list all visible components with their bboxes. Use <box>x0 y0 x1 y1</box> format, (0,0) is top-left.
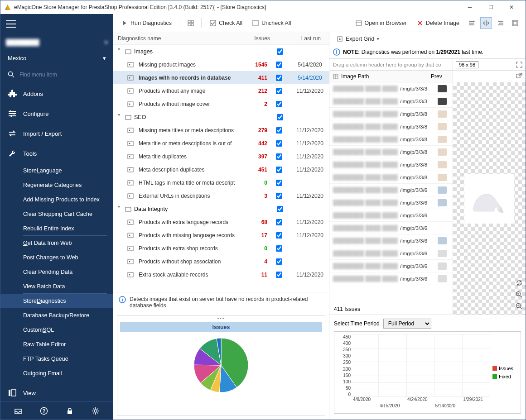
toolbar-icon-5[interactable] <box>509 17 521 29</box>
sidebar-sub-8[interactable]: View Batch Data <box>23 279 107 294</box>
pie-panel: ••• Issues <box>117 315 325 416</box>
sidebar-sub-0[interactable]: Store Language <box>0 163 113 178</box>
svg-rect-70 <box>438 148 447 156</box>
sidebar-sub-10[interactable]: Database Backup/Restore <box>0 308 113 323</box>
tree-row[interactable]: Products with missing language records17… <box>113 229 329 242</box>
grid-row[interactable]: ████████ ████ ████/img/p/3/3/8 <box>329 146 453 158</box>
tree-group[interactable]: ▸Images <box>113 45 329 58</box>
maximize-button[interactable]: ☐ <box>480 0 501 14</box>
open-browser-button[interactable]: Open in Browser <box>352 18 410 28</box>
check-all-button[interactable]: Check All <box>206 18 246 28</box>
svg-rect-49 <box>128 233 133 238</box>
drag-handle[interactable]: ••• <box>117 316 325 320</box>
region-selector[interactable]: Mexico ▾ <box>0 50 113 66</box>
time-period-select[interactable]: Full Period <box>383 319 431 329</box>
svg-rect-31 <box>128 102 133 106</box>
column-chooser-icon[interactable] <box>333 74 338 79</box>
grid-row[interactable]: ████████ ████ ████/img/p/3/3/3 <box>329 82 453 95</box>
tree-group[interactable]: ▸SEO <box>113 110 329 124</box>
tree-row[interactable]: Products with extra shop records0 <box>113 242 329 255</box>
tree-row[interactable]: Products without shop association4 <box>113 255 329 268</box>
grid-row[interactable]: ████████ ████ ████/img/p/3/3/6 <box>329 234 453 247</box>
tree-row[interactable]: Missing product images15455/14/2020 <box>113 58 329 71</box>
grid-row[interactable]: ████████ ████ ████/img/p/3/3/8 <box>329 120 453 133</box>
grid-row[interactable]: ████████ ████ ████/img/p/3/3/6 <box>329 222 453 234</box>
svg-rect-67 <box>438 110 447 118</box>
delete-image-button[interactable]: Delete Image <box>413 18 463 28</box>
menu-toggle[interactable] <box>0 14 113 34</box>
inbox-icon[interactable] <box>14 407 22 415</box>
play-icon <box>121 20 128 26</box>
refresh-icon[interactable] <box>516 279 524 287</box>
sidebar-sub-4[interactable]: Rebuild Entire Index <box>23 221 107 236</box>
svg-rect-47 <box>128 220 133 224</box>
nav-view[interactable]: View <box>0 384 113 401</box>
toolbar-icon-2[interactable] <box>466 17 478 29</box>
nav-addons[interactable]: Addons <box>0 84 113 104</box>
export-grid-button[interactable]: Export Grid ▾ <box>334 34 382 43</box>
lock-icon[interactable] <box>66 407 74 415</box>
tree-group[interactable]: ▸Data Integrity <box>113 202 329 215</box>
svg-rect-12 <box>188 20 190 23</box>
tree-row[interactable]: Meta title duplicates39711/12/2020 <box>113 150 329 163</box>
nav-tools[interactable]: Tools <box>0 143 113 163</box>
store-selector[interactable]: ████████▾ <box>0 34 113 50</box>
tree-row[interactable]: Products without image cover2 <box>113 97 329 110</box>
nav-configure[interactable]: Configure <box>0 104 113 124</box>
grid-row[interactable]: ████████ ████ ████/img/p/3/3/6 <box>329 184 453 196</box>
sidebar-sub-3[interactable]: Clear Shopping Cart Cache <box>0 207 113 221</box>
minimize-button[interactable]: ─ <box>459 0 480 14</box>
grid-row[interactable]: ████████ ████ ████/img/p/3/3/8 <box>329 171 453 184</box>
grid-row[interactable]: ████████ ████ ████/img/p/3/3/6 <box>329 209 453 222</box>
grid-footer: 411 Issues <box>329 303 453 315</box>
tree-row[interactable]: Images with no records in database4115/1… <box>113 71 329 84</box>
nav-import-export[interactable]: Import / Export <box>0 124 113 143</box>
grid-row[interactable]: ████████ ████ ████/img/p/3/3/8 <box>329 158 453 171</box>
grid-row[interactable]: ████████ ████ ████/img/p/3/3/6 <box>329 196 453 209</box>
tree-row[interactable]: Products without any image21211/12/2020 <box>113 84 329 97</box>
svg-point-37 <box>129 143 130 144</box>
tree-row[interactable]: Products with extra language records6811… <box>113 215 329 229</box>
gear-icon[interactable] <box>92 407 100 415</box>
sidebar-sub-1[interactable]: Regenerate Categories <box>0 178 113 192</box>
zoom-out-icon[interactable] <box>516 303 524 311</box>
close-button[interactable]: ✕ <box>501 0 522 14</box>
tree-row[interactable]: External URLs in descriptions311/12/2020 <box>113 189 329 202</box>
sidebar-search[interactable]: Find menu item <box>0 66 113 84</box>
svg-rect-46 <box>125 207 131 211</box>
tree-row[interactable]: Meta title or meta descriptions is out o… <box>113 137 329 150</box>
zoom-in-icon[interactable] <box>516 291 524 299</box>
toolbar-icon-3[interactable] <box>480 17 492 29</box>
sidebar-sub-14[interactable]: Outgoing Email <box>0 366 113 381</box>
toolbar-icon-4[interactable] <box>495 17 507 29</box>
tree-row[interactable]: Extra stock available records1111/12/202… <box>113 268 329 281</box>
sidebar-sub-11[interactable]: Custom SQL <box>0 323 113 337</box>
grid-row[interactable]: ████████ ████ ████/img/p/3/3/6 <box>329 260 453 272</box>
sidebar-sub-12[interactable]: Raw Table Editor <box>0 337 113 352</box>
sidebar-sub-2[interactable]: Add Missing Products to Index <box>0 192 113 207</box>
check-all-icon <box>210 20 216 26</box>
tree-row[interactable]: Meta description duplicates45111/12/2020 <box>113 163 329 176</box>
sidebar-sub-6[interactable]: Post Changes to Web <box>0 250 113 265</box>
tree-row[interactable]: Missing meta titles or meta descriptions… <box>113 124 329 137</box>
help-icon[interactable]: ? <box>40 407 48 415</box>
grid-row[interactable]: ████████ ████ ████/img/p/3/3/3 <box>329 95 453 108</box>
sidebar-sub-9[interactable]: Store Diagnostics <box>0 294 113 308</box>
tree-row[interactable]: HTML tags in meta title or meta descript… <box>113 176 329 189</box>
uncheck-all-button[interactable]: Uncheck All <box>249 18 294 28</box>
svg-rect-72 <box>438 174 447 181</box>
svg-rect-14 <box>188 24 190 26</box>
sidebar-sub-5[interactable]: Get Data from Web <box>0 236 113 250</box>
sliders-icon <box>8 109 17 118</box>
sidebar-sub-7[interactable]: Clear Pending Data <box>0 265 113 279</box>
group-drop-zone[interactable]: Drag a column header here to group by th… <box>329 59 453 71</box>
grid-row[interactable]: ████████ ████ ████/img/p/3/3/8 <box>329 108 453 120</box>
run-diagnostics-button[interactable]: Run Diagnostics <box>118 18 175 28</box>
popout-icon[interactable] <box>516 72 523 80</box>
expand-icon[interactable] <box>516 61 523 68</box>
toolbar-icon-1[interactable] <box>185 17 197 29</box>
grid-row[interactable]: ████████ ████ ████/img/p/3/3/6 <box>329 247 453 260</box>
sidebar-sub-13[interactable]: FTP Tasks Queue <box>0 352 113 366</box>
grid-row[interactable]: ████████ ████ ████/img/p/3/3/8 <box>329 133 453 146</box>
grid-row[interactable]: ████████ ████ ████/img/p/3/3/6 <box>329 272 453 285</box>
